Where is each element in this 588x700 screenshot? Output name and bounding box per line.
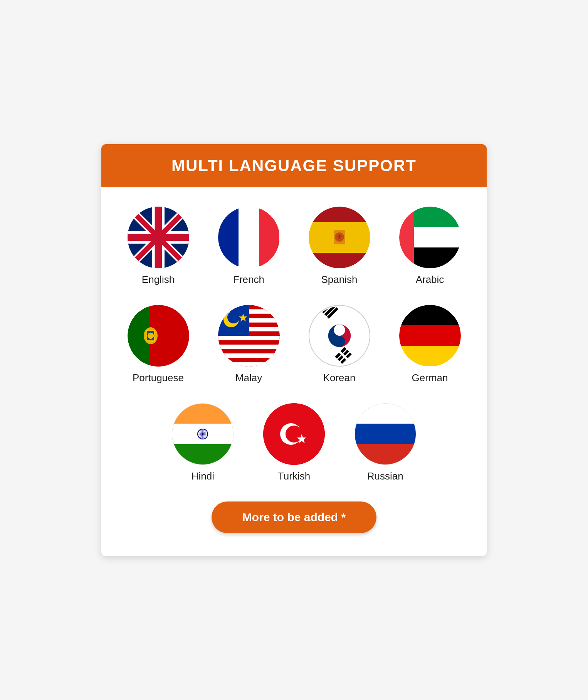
- language-item-french[interactable]: French: [207, 207, 290, 286]
- page-title: MULTI LANGUAGE SUPPORT: [109, 156, 479, 175]
- svg-rect-19: [148, 335, 153, 337]
- language-item-german[interactable]: German: [388, 305, 471, 384]
- svg-rect-28: [218, 362, 280, 366]
- svg-rect-25: [218, 336, 280, 340]
- language-item-korean[interactable]: Korean: [298, 305, 381, 384]
- flag-german: [399, 305, 461, 367]
- more-button[interactable]: More to be added *: [212, 501, 376, 533]
- language-item-russian[interactable]: Russian: [343, 403, 427, 482]
- language-item-english[interactable]: English: [117, 207, 200, 286]
- flag-korean: [309, 305, 370, 367]
- language-label-french: French: [233, 274, 264, 286]
- svg-text:⚜: ⚜: [337, 234, 342, 240]
- language-item-arabic[interactable]: Arabic: [388, 207, 471, 286]
- content-area: English French: [101, 187, 487, 556]
- language-label-malay: Malay: [235, 372, 262, 384]
- language-grid-row1: English French: [117, 207, 471, 286]
- header-banner: MULTI LANGUAGE SUPPORT: [101, 144, 487, 187]
- language-item-malay[interactable]: Malay: [207, 305, 290, 384]
- language-label-russian: Russian: [367, 470, 403, 482]
- language-item-hindi[interactable]: Hindi: [161, 403, 245, 482]
- language-item-spanish[interactable]: ⚜ Spanish: [298, 207, 381, 286]
- flag-arabic: [399, 207, 461, 268]
- language-label-hindi: Hindi: [192, 470, 214, 482]
- language-grid-row2: Portuguese: [117, 305, 471, 384]
- language-label-english: English: [142, 274, 175, 286]
- flag-turkish: [263, 403, 325, 465]
- flag-portuguese: [128, 305, 189, 367]
- main-card: MULTI LANGUAGE SUPPORT: [101, 144, 487, 556]
- language-grid-row3: Hindi: [161, 403, 427, 482]
- flag-russian: [354, 403, 416, 465]
- svg-point-31: [227, 311, 240, 323]
- language-label-german: German: [412, 372, 448, 384]
- language-item-turkish[interactable]: Turkish: [252, 403, 336, 482]
- flag-malay: [218, 305, 280, 367]
- flag-french: [218, 207, 280, 268]
- flag-english: [128, 207, 189, 268]
- svg-rect-26: [218, 344, 280, 348]
- language-label-turkish: Turkish: [278, 470, 310, 482]
- language-label-korean: Korean: [323, 372, 356, 384]
- language-label-arabic: Arabic: [416, 274, 444, 286]
- svg-rect-27: [218, 353, 280, 357]
- language-item-portuguese[interactable]: Portuguese: [117, 305, 200, 384]
- language-label-portuguese: Portuguese: [133, 372, 184, 384]
- language-label-spanish: Spanish: [321, 274, 358, 286]
- flag-spanish: ⚜: [309, 207, 370, 268]
- flag-hindi: [172, 403, 234, 465]
